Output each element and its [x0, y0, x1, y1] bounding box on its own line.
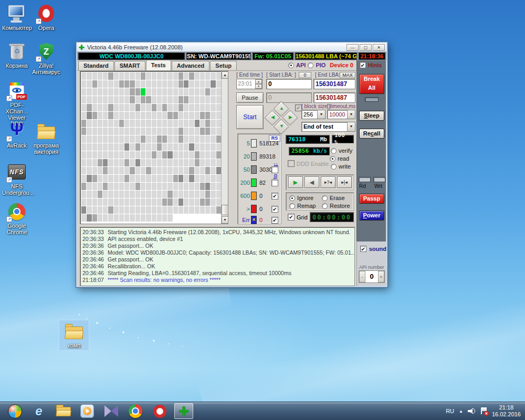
scan-block — [211, 198, 215, 206]
break-led — [365, 97, 379, 102]
rw-radio-verify[interactable]: verify — [331, 148, 352, 154]
stat-to-log-checkbox-200[interactable] — [271, 180, 278, 186]
api-number-plus-button[interactable]: + — [378, 271, 384, 282]
spin-down-icon[interactable]: ▼ — [255, 84, 262, 89]
desktop-icon-nfs[interactable]: NFS↗NFSUndergrou... — [2, 163, 32, 196]
end-time-label: [ End time ] — [236, 72, 263, 78]
desktop-icon-chrome[interactable]: ↗GoogleChrome — [2, 202, 32, 235]
action-radio-remap[interactable]: Remap — [289, 203, 316, 209]
taskbar-opera-button[interactable] — [150, 403, 169, 419]
scrollbar-thumb[interactable] — [222, 205, 228, 215]
sound-checkbox[interactable]: ✔ — [360, 246, 366, 252]
language-indicator[interactable]: RU — [446, 408, 454, 414]
nav-diamond: ▲ ◀ ▶ ▼ — [267, 103, 296, 133]
action-radio-erase[interactable]: Erase — [322, 195, 345, 201]
scan-block — [87, 96, 91, 103]
ddd-enable-checkbox[interactable] — [288, 160, 295, 167]
tab-advanced[interactable]: Advanced — [172, 61, 210, 70]
break-all-button[interactable]: Break All — [359, 74, 384, 94]
seek-edge-button[interactable]: ▸|◂ — [337, 176, 352, 188]
scan-block — [157, 167, 162, 174]
start-button[interactable]: Start — [236, 105, 264, 129]
scan-block — [81, 72, 86, 80]
dropdown-arrow-icon[interactable]: ▼ — [317, 110, 325, 119]
taskbar-explorer-button[interactable] — [54, 403, 72, 419]
desktop-icon-trash[interactable]: ♻Корзина — [2, 42, 32, 69]
desktop-icon-computer[interactable]: Компьютер — [2, 4, 32, 31]
tab-smart[interactable]: SMART — [114, 61, 145, 70]
event-log[interactable]: 20:36:33Starting Victoria 4.46b Freeware… — [80, 227, 355, 286]
action-radio-restore[interactable]: Restore — [322, 203, 350, 209]
grid-checkbox[interactable]: ✔ — [288, 214, 295, 220]
blockmap-scrollbar[interactable]: ▲ ▼ — [221, 71, 228, 224]
rw-radio-write[interactable]: write — [331, 163, 351, 170]
minimize-button[interactable]: — — [346, 44, 359, 51]
seek-question-button[interactable]: ▸?◂ — [321, 176, 335, 188]
scan-block — [146, 120, 151, 127]
taskbar-wmp-button[interactable] — [78, 403, 97, 419]
maximize-button[interactable]: ▢ — [360, 44, 372, 51]
end-time-spinner[interactable]: 23:01 ▲▼ — [236, 79, 262, 89]
taskbar-ie-button[interactable]: e — [29, 403, 48, 419]
start-lba-input[interactable]: 0 — [266, 79, 312, 89]
play-button[interactable]: ▶ — [288, 176, 303, 188]
block-size-select[interactable]: 256▼ — [301, 110, 326, 119]
scan-block — [216, 191, 221, 198]
dropdown-arrow-icon[interactable]: ▼ — [347, 122, 355, 131]
start-lba-zero-button[interactable]: 0 — [299, 72, 311, 78]
desktop-icon-zillya[interactable]: Z↗Zillya!Антивирус — [32, 42, 61, 75]
passp-button[interactable]: Passp — [359, 194, 384, 204]
api-radio[interactable] — [288, 62, 294, 68]
scan-block — [108, 104, 113, 111]
spin-up-icon[interactable]: ▲ — [255, 79, 262, 84]
scan-block — [119, 143, 124, 151]
end-lba-input[interactable]: 156301487 — [313, 79, 355, 89]
taskbar-victoria-button[interactable]: ✚ — [174, 403, 193, 419]
scan-block — [157, 191, 162, 198]
scan-block — [184, 80, 188, 88]
tab-standard[interactable]: Standard — [78, 61, 114, 70]
api-number-spinner: - 0 + — [359, 270, 385, 283]
api-number-minus-button[interactable]: - — [359, 271, 365, 282]
end-lba-max-button[interactable]: MAX — [340, 72, 355, 78]
stat-to-log-checkbox-50[interactable] — [271, 166, 278, 173]
stat-to-log-checkbox->[interactable]: ✔ — [271, 206, 278, 213]
scroll-down-icon[interactable]: ▼ — [222, 216, 228, 224]
close-button[interactable]: ✕ — [373, 44, 385, 51]
taskbar-start-button[interactable] — [5, 403, 24, 419]
scroll-up-icon[interactable]: ▲ — [222, 71, 228, 79]
window-titlebar[interactable]: ✚ Victoria 4.46b Freeware (12.08.2008) —… — [77, 43, 386, 52]
hints-checkbox[interactable]: ✔ — [360, 62, 366, 68]
stat-to-log-checkbox-600[interactable]: ✔ — [271, 193, 278, 200]
rewind-button[interactable]: ◀ — [304, 176, 319, 188]
tab-setup[interactable]: Setup — [210, 61, 237, 70]
stat-to-log-checkbox-Err[interactable]: ✔ — [271, 217, 278, 224]
desktop-icon-vika-folder[interactable]: програмавиктория — [32, 122, 61, 155]
action-radio-ignore[interactable]: Ignore — [289, 195, 313, 201]
dropdown-arrow-icon[interactable]: ▼ — [347, 110, 355, 119]
scan-block — [184, 72, 188, 80]
pause-button[interactable]: Pause — [236, 92, 264, 103]
end-time-spin-buttons[interactable]: ▲▼ — [255, 79, 262, 89]
recall-button[interactable]: Recall — [359, 129, 384, 139]
sleep-button[interactable]: Sleep — [359, 111, 384, 121]
desktop-icon-komp-folder[interactable]: комп — [59, 320, 89, 350]
volume-icon[interactable] — [468, 408, 475, 414]
hidden-icons-arrow-icon[interactable]: ▲ — [459, 409, 463, 414]
tab-tests[interactable]: Tests — [146, 60, 171, 70]
power-button[interactable]: Power — [359, 211, 384, 220]
taskbar-kmplayer-button[interactable] — [102, 403, 121, 419]
pio-radio[interactable] — [308, 62, 313, 68]
scan-block — [135, 88, 140, 96]
scan-block — [152, 112, 156, 119]
rw-radio-read[interactable]: read — [330, 155, 349, 162]
scan-block — [141, 191, 145, 198]
desktop-icon-opera[interactable]: ↗Opera — [32, 4, 61, 31]
end-action-select[interactable]: End of test▼ — [301, 122, 355, 132]
scan-block — [119, 191, 124, 198]
desktop-icon-avrack[interactable]: Ψ↗AvRack — [2, 122, 32, 149]
action-center-icon[interactable]: ✕ — [480, 407, 487, 415]
timeout-select[interactable]: 10000▼ — [327, 110, 355, 119]
tray-clock[interactable]: 21:18 16.02.2016 — [492, 404, 521, 418]
taskbar-chrome-button[interactable] — [126, 403, 145, 419]
